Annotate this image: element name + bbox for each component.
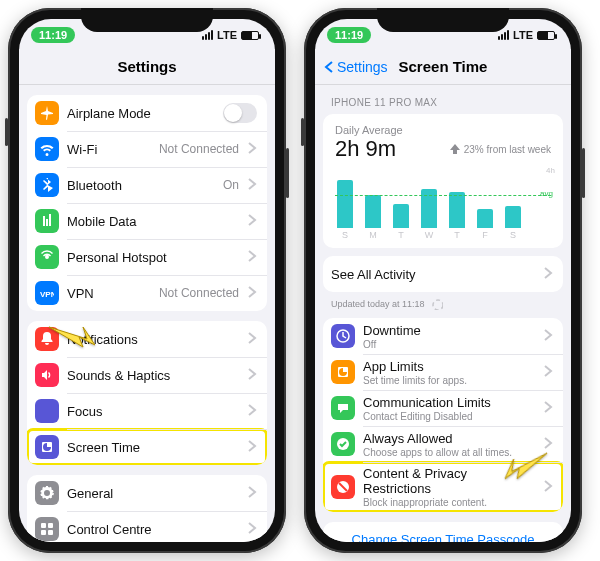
annotation-arrow — [500, 443, 552, 488]
screentime-screen: 11:19 LTE Settings Screen Time IPHONE 11… — [315, 19, 571, 542]
toggle[interactable] — [223, 103, 257, 123]
chevron-right-icon — [243, 485, 257, 502]
vpn-icon — [35, 281, 59, 305]
wifi-icon — [35, 137, 59, 161]
row-screen-time[interactable]: Screen Time — [27, 429, 267, 465]
comm-icon — [331, 396, 355, 420]
chevron-right-icon — [243, 177, 257, 194]
chart-bar — [505, 206, 521, 229]
chart-bar — [449, 192, 465, 228]
row-sounds-haptics[interactable]: Sounds & Haptics — [27, 357, 267, 393]
chevron-right-icon — [243, 403, 257, 420]
row-app-limits[interactable]: App LimitsSet time limits for apps. — [323, 354, 563, 390]
row-general[interactable]: General — [27, 475, 267, 511]
chart-bar — [365, 195, 381, 228]
daily-average-value: 2h 9m 23% from last week — [335, 136, 551, 162]
page-title: Screen Time — [399, 58, 488, 75]
row-label: Mobile Data — [67, 214, 136, 229]
delta-label: 23% from last week — [450, 144, 551, 155]
row-bluetooth[interactable]: BluetoothOn — [27, 167, 267, 203]
row-label: Sounds & Haptics — [67, 368, 170, 383]
row-label: Communication Limits — [363, 395, 535, 410]
signal-bars-icon — [498, 30, 509, 40]
row-subtitle: Off — [363, 339, 535, 350]
chart-avg-line: avg — [335, 195, 551, 196]
chart-x-tick: F — [477, 230, 493, 240]
chevron-right-icon — [539, 364, 553, 381]
battery-icon — [537, 31, 555, 40]
chevron-right-icon — [243, 141, 257, 158]
chevron-right-icon — [243, 331, 257, 348]
chart-x-tick: T — [393, 230, 409, 240]
chart-x-tick: T — [449, 230, 465, 240]
back-label: Settings — [337, 59, 388, 75]
row-downtime[interactable]: DowntimeOff — [323, 318, 563, 354]
settings-list[interactable]: Airplane ModeWi-FiNot ConnectedBluetooth… — [19, 85, 275, 542]
see-all-activity-row[interactable]: See All Activity — [323, 256, 563, 292]
signal-bars-icon — [202, 30, 213, 40]
row-subtitle: Contact Editing Disabled — [363, 411, 535, 422]
row-subtitle: Block inappropriate content. — [363, 497, 535, 508]
usage-chart: 4havg — [335, 168, 551, 228]
chart-y-label: 4h — [546, 166, 555, 175]
chevron-right-icon — [243, 439, 257, 456]
battery-icon — [241, 31, 259, 40]
row-focus[interactable]: Focus — [27, 393, 267, 429]
row-communication-limits[interactable]: Communication LimitsContact Editing Disa… — [323, 390, 563, 426]
notch — [81, 8, 213, 32]
row-label: App Limits — [363, 359, 535, 374]
row-label: General — [67, 486, 113, 501]
row-airplane-mode[interactable]: Airplane Mode — [27, 95, 267, 131]
settings-screen: 11:19 LTE Settings Airplane ModeWi-FiNot… — [19, 19, 275, 542]
row-label: VPN — [67, 286, 94, 301]
arrow-up-icon — [450, 144, 460, 154]
row-value: Not Connected — [159, 286, 243, 300]
row-mobile-data[interactable]: Mobile Data — [27, 203, 267, 239]
row-subtitle: Set time limits for apps. — [363, 375, 535, 386]
allowed-icon — [331, 432, 355, 456]
status-time: 11:19 — [31, 27, 75, 43]
control-icon — [35, 517, 59, 541]
row-vpn[interactable]: VPNNot Connected — [27, 275, 267, 311]
chart-x-labels: SMTWTFS — [335, 228, 551, 240]
status-time: 11:19 — [327, 27, 371, 43]
status-signals: LTE — [202, 29, 259, 41]
see-all-label: See All Activity — [331, 267, 416, 282]
daily-average-label: Daily Average — [335, 124, 551, 136]
chevron-right-icon — [243, 521, 257, 538]
sound-icon — [35, 363, 59, 387]
nav-header: Settings Screen Time — [315, 49, 571, 85]
chart-bar — [477, 209, 493, 229]
status-network: LTE — [513, 29, 533, 41]
general-icon — [35, 481, 59, 505]
row-label: Always Allowed — [363, 431, 535, 446]
change-passcode-button[interactable]: Change Screen Time Passcode — [323, 522, 563, 542]
status-signals: LTE — [498, 29, 555, 41]
row-label: Focus — [67, 404, 102, 419]
spinner-icon — [431, 298, 443, 310]
row-label: Screen Time — [67, 440, 140, 455]
status-network: LTE — [217, 29, 237, 41]
chevron-left-icon — [323, 60, 335, 74]
row-label: Airplane Mode — [67, 106, 151, 121]
row-label: Wi-Fi — [67, 142, 97, 157]
row-personal-hotspot[interactable]: Personal Hotspot — [27, 239, 267, 275]
row-wi-fi[interactable]: Wi-FiNot Connected — [27, 131, 267, 167]
downtime-icon — [331, 324, 355, 348]
chart-x-tick: W — [421, 230, 437, 240]
chevron-right-icon — [539, 400, 553, 417]
restrict-icon — [331, 475, 355, 499]
row-value: Not Connected — [159, 142, 243, 156]
chevron-right-icon — [243, 285, 257, 302]
usage-card[interactable]: Daily Average 2h 9m 23% from last week 4… — [323, 114, 563, 248]
chart-x-tick: S — [505, 230, 521, 240]
phone-left: 11:19 LTE Settings Airplane ModeWi-FiNot… — [8, 8, 286, 553]
updated-label: Updated today at 11:18 — [315, 292, 571, 310]
row-label: Personal Hotspot — [67, 250, 167, 265]
chevron-right-icon — [539, 328, 553, 345]
notch — [377, 8, 509, 32]
chevron-right-icon — [539, 266, 553, 283]
row-control-centre[interactable]: Control Centre — [27, 511, 267, 542]
chevron-right-icon — [243, 249, 257, 266]
back-button[interactable]: Settings — [323, 59, 388, 75]
